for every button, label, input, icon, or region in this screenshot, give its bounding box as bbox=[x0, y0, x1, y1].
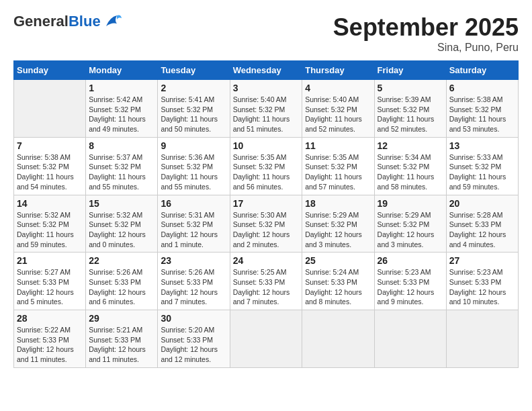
calendar-header-wednesday: Wednesday bbox=[230, 61, 302, 80]
day-info: Sunrise: 5:26 AM Sunset: 5:33 PM Dayligh… bbox=[89, 267, 154, 307]
title-section: September 2025 Sina, Puno, Peru bbox=[333, 13, 519, 54]
day-number: 26 bbox=[378, 255, 443, 266]
subtitle: Sina, Puno, Peru bbox=[333, 42, 519, 54]
calendar-cell: 28Sunrise: 5:22 AM Sunset: 5:33 PM Dayli… bbox=[14, 310, 86, 368]
logo-bird-icon bbox=[103, 14, 122, 29]
day-info: Sunrise: 5:22 AM Sunset: 5:33 PM Dayligh… bbox=[17, 325, 83, 365]
calendar-cell: 5Sunrise: 5:39 AM Sunset: 5:32 PM Daylig… bbox=[374, 80, 446, 138]
day-info: Sunrise: 5:28 AM Sunset: 5:33 PM Dayligh… bbox=[449, 210, 515, 250]
day-info: Sunrise: 5:24 AM Sunset: 5:33 PM Dayligh… bbox=[305, 267, 371, 307]
calendar-cell: 13Sunrise: 5:33 AM Sunset: 5:32 PM Dayli… bbox=[446, 137, 518, 195]
day-number: 3 bbox=[233, 83, 300, 93]
logo-general: General bbox=[13, 13, 69, 30]
day-info: Sunrise: 5:35 AM Sunset: 5:32 PM Dayligh… bbox=[305, 152, 371, 192]
calendar-cell: 25Sunrise: 5:24 AM Sunset: 5:33 PM Dayli… bbox=[302, 253, 374, 310]
calendar-cell: 4Sunrise: 5:40 AM Sunset: 5:32 PM Daylig… bbox=[302, 80, 374, 138]
calendar-cell: 26Sunrise: 5:23 AM Sunset: 5:33 PM Dayli… bbox=[374, 253, 446, 310]
day-info: Sunrise: 5:41 AM Sunset: 5:32 PM Dayligh… bbox=[161, 95, 226, 134]
calendar-header-monday: Monday bbox=[86, 61, 158, 80]
day-info: Sunrise: 5:26 AM Sunset: 5:33 PM Dayligh… bbox=[161, 267, 226, 307]
day-number: 12 bbox=[378, 140, 443, 151]
calendar-cell: 12Sunrise: 5:34 AM Sunset: 5:32 PM Dayli… bbox=[374, 137, 446, 195]
calendar-cell: 30Sunrise: 5:20 AM Sunset: 5:33 PM Dayli… bbox=[158, 310, 230, 368]
day-info: Sunrise: 5:37 AM Sunset: 5:32 PM Dayligh… bbox=[89, 152, 154, 192]
day-number: 14 bbox=[17, 198, 83, 209]
day-info: Sunrise: 5:39 AM Sunset: 5:32 PM Dayligh… bbox=[378, 95, 443, 134]
day-number: 30 bbox=[161, 313, 226, 324]
calendar-cell: 17Sunrise: 5:30 AM Sunset: 5:32 PM Dayli… bbox=[230, 195, 302, 253]
day-info: Sunrise: 5:29 AM Sunset: 5:32 PM Dayligh… bbox=[305, 210, 371, 250]
calendar-cell: 14Sunrise: 5:32 AM Sunset: 5:32 PM Dayli… bbox=[14, 195, 86, 253]
calendar-header-saturday: Saturday bbox=[446, 61, 518, 80]
calendar-cell: 8Sunrise: 5:37 AM Sunset: 5:32 PM Daylig… bbox=[86, 137, 158, 195]
day-info: Sunrise: 5:30 AM Sunset: 5:32 PM Dayligh… bbox=[233, 210, 300, 250]
day-info: Sunrise: 5:20 AM Sunset: 5:33 PM Dayligh… bbox=[161, 325, 226, 365]
calendar-cell: 3Sunrise: 5:40 AM Sunset: 5:32 PM Daylig… bbox=[230, 80, 302, 138]
day-info: Sunrise: 5:40 AM Sunset: 5:32 PM Dayligh… bbox=[233, 95, 300, 134]
calendar-week-row: 7Sunrise: 5:38 AM Sunset: 5:32 PM Daylig… bbox=[14, 137, 519, 195]
calendar-week-row: 28Sunrise: 5:22 AM Sunset: 5:33 PM Dayli… bbox=[14, 310, 519, 368]
calendar-cell: 24Sunrise: 5:25 AM Sunset: 5:33 PM Dayli… bbox=[230, 253, 302, 310]
day-number: 27 bbox=[449, 255, 515, 266]
day-number: 11 bbox=[305, 140, 371, 151]
day-info: Sunrise: 5:34 AM Sunset: 5:32 PM Dayligh… bbox=[378, 152, 443, 192]
day-info: Sunrise: 5:33 AM Sunset: 5:32 PM Dayligh… bbox=[449, 152, 515, 192]
day-number: 25 bbox=[305, 255, 371, 266]
day-info: Sunrise: 5:38 AM Sunset: 5:32 PM Dayligh… bbox=[449, 95, 515, 134]
day-number: 15 bbox=[89, 198, 154, 209]
calendar-header-friday: Friday bbox=[374, 61, 446, 80]
day-number: 7 bbox=[17, 140, 83, 151]
day-info: Sunrise: 5:32 AM Sunset: 5:32 PM Dayligh… bbox=[89, 210, 154, 250]
day-number: 1 bbox=[89, 83, 154, 93]
calendar-cell: 11Sunrise: 5:35 AM Sunset: 5:32 PM Dayli… bbox=[302, 137, 374, 195]
day-number: 23 bbox=[161, 255, 226, 266]
month-title: September 2025 bbox=[333, 13, 519, 42]
calendar-cell: 15Sunrise: 5:32 AM Sunset: 5:32 PM Dayli… bbox=[86, 195, 158, 253]
day-info: Sunrise: 5:38 AM Sunset: 5:32 PM Dayligh… bbox=[17, 152, 83, 192]
day-info: Sunrise: 5:42 AM Sunset: 5:32 PM Dayligh… bbox=[89, 95, 154, 134]
day-number: 24 bbox=[233, 255, 300, 266]
day-info: Sunrise: 5:31 AM Sunset: 5:32 PM Dayligh… bbox=[161, 210, 226, 250]
day-info: Sunrise: 5:40 AM Sunset: 5:32 PM Dayligh… bbox=[305, 95, 371, 134]
calendar-cell: 9Sunrise: 5:36 AM Sunset: 5:32 PM Daylig… bbox=[158, 137, 230, 195]
calendar-cell: 1Sunrise: 5:42 AM Sunset: 5:32 PM Daylig… bbox=[86, 80, 158, 138]
day-info: Sunrise: 5:36 AM Sunset: 5:32 PM Dayligh… bbox=[161, 152, 226, 192]
logo: GeneralBlue bbox=[13, 13, 122, 30]
day-number: 4 bbox=[305, 83, 371, 93]
calendar-cell bbox=[374, 310, 446, 368]
calendar-header-tuesday: Tuesday bbox=[158, 61, 230, 80]
calendar-table: SundayMondayTuesdayWednesdayThursdayFrid… bbox=[13, 60, 519, 368]
calendar-cell: 7Sunrise: 5:38 AM Sunset: 5:32 PM Daylig… bbox=[14, 137, 86, 195]
logo-blue: Blue bbox=[69, 13, 101, 30]
day-info: Sunrise: 5:21 AM Sunset: 5:33 PM Dayligh… bbox=[89, 325, 154, 365]
day-info: Sunrise: 5:27 AM Sunset: 5:33 PM Dayligh… bbox=[17, 267, 83, 307]
calendar-cell: 19Sunrise: 5:29 AM Sunset: 5:32 PM Dayli… bbox=[374, 195, 446, 253]
day-number: 20 bbox=[449, 198, 515, 209]
day-number: 6 bbox=[449, 83, 515, 93]
calendar-cell bbox=[230, 310, 302, 368]
calendar-week-row: 1Sunrise: 5:42 AM Sunset: 5:32 PM Daylig… bbox=[14, 80, 519, 138]
day-info: Sunrise: 5:25 AM Sunset: 5:33 PM Dayligh… bbox=[233, 267, 300, 307]
day-number: 2 bbox=[161, 83, 226, 93]
calendar-header-sunday: Sunday bbox=[14, 61, 86, 80]
day-number: 8 bbox=[89, 140, 154, 151]
calendar-cell: 23Sunrise: 5:26 AM Sunset: 5:33 PM Dayli… bbox=[158, 253, 230, 310]
calendar-cell bbox=[446, 310, 518, 368]
day-info: Sunrise: 5:29 AM Sunset: 5:32 PM Dayligh… bbox=[378, 210, 443, 250]
day-number: 16 bbox=[161, 198, 226, 209]
page-header: GeneralBlue September 2025 Sina, Puno, P… bbox=[13, 13, 519, 54]
day-number: 19 bbox=[378, 198, 443, 209]
day-number: 28 bbox=[17, 313, 83, 324]
day-number: 13 bbox=[449, 140, 515, 151]
day-info: Sunrise: 5:23 AM Sunset: 5:33 PM Dayligh… bbox=[378, 267, 443, 307]
day-number: 18 bbox=[305, 198, 371, 209]
day-number: 22 bbox=[89, 255, 154, 266]
calendar-cell: 2Sunrise: 5:41 AM Sunset: 5:32 PM Daylig… bbox=[158, 80, 230, 138]
calendar-header-row: SundayMondayTuesdayWednesdayThursdayFrid… bbox=[14, 61, 519, 80]
calendar-cell: 29Sunrise: 5:21 AM Sunset: 5:33 PM Dayli… bbox=[86, 310, 158, 368]
calendar-cell: 6Sunrise: 5:38 AM Sunset: 5:32 PM Daylig… bbox=[446, 80, 518, 138]
calendar-week-row: 14Sunrise: 5:32 AM Sunset: 5:32 PM Dayli… bbox=[14, 195, 519, 253]
day-info: Sunrise: 5:35 AM Sunset: 5:32 PM Dayligh… bbox=[233, 152, 300, 192]
day-number: 17 bbox=[233, 198, 300, 209]
calendar-header-thursday: Thursday bbox=[302, 61, 374, 80]
